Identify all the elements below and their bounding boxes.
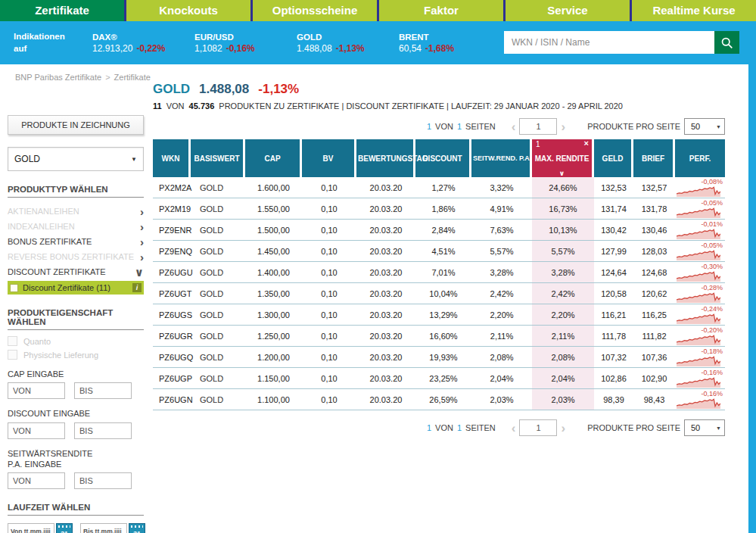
table-row[interactable]: PZ6UGPGOLD1.150,000,1020.03.2023,25%2,04… bbox=[153, 368, 725, 389]
page-number-input[interactable] bbox=[519, 118, 557, 135]
column-header-bv[interactable]: BV bbox=[302, 139, 356, 177]
cell-wkn[interactable]: PZ6UGN bbox=[153, 389, 191, 410]
calendar-day-label: 31 bbox=[133, 528, 141, 533]
laufzeit-bis-date-input[interactable] bbox=[80, 523, 127, 533]
tab-faktor[interactable]: Faktor bbox=[379, 0, 503, 21]
cell-wkn[interactable]: PX2M19 bbox=[153, 198, 191, 220]
next-page-button[interactable]: › bbox=[561, 120, 565, 133]
laufzeit-von-date-input[interactable] bbox=[8, 523, 54, 533]
cell-wkn[interactable]: PZ6UGU bbox=[153, 262, 191, 283]
product-type-list: AKTIENANLEIHEN›INDEXANLEIHEN›BONUS ZERTI… bbox=[8, 204, 144, 279]
ticker-quote-brent[interactable]: BRENT60,54-1,68% bbox=[399, 33, 501, 54]
column-header-btag[interactable]: BEWERTUNGSTAG bbox=[356, 139, 415, 177]
search-input[interactable] bbox=[504, 31, 714, 54]
table-row[interactable]: PZ6UGNGOLD1.100,000,1020.03.2026,59%2,03… bbox=[153, 389, 725, 410]
table-row[interactable]: PZ6UGUGOLD1.400,000,1020.03.207,01%3,28%… bbox=[153, 262, 725, 283]
checkbox-icon[interactable] bbox=[10, 284, 18, 292]
property-heading: PRODUKTEIGENSCHAFT WÄHLEN bbox=[8, 305, 144, 330]
calendar-icon[interactable]: 31 bbox=[129, 523, 145, 533]
cell-wkn[interactable]: PZ9ENQ bbox=[153, 241, 191, 262]
table-row[interactable]: PX2M19GOLD1.550,000,1020.03.201,86%4,91%… bbox=[153, 198, 725, 220]
tab-realtime-kurse[interactable]: Realtime Kurse bbox=[632, 0, 756, 21]
tab-optionsscheine[interactable]: Optionsscheine bbox=[253, 0, 377, 21]
sort-order-badge: 1 bbox=[536, 140, 540, 148]
column-header-perf[interactable]: PERF. bbox=[675, 139, 725, 177]
sparkline-chart bbox=[677, 355, 720, 366]
ticker-quote-dax[interactable]: DAX®12.913,20-0,22% bbox=[92, 33, 194, 54]
table-row[interactable]: PZ6UGSGOLD1.300,000,1020.03.2013,29%2,20… bbox=[153, 304, 725, 326]
tab-service[interactable]: Service bbox=[506, 0, 630, 21]
cell-wkn[interactable]: PZ6UGS bbox=[153, 304, 191, 326]
page-number-input[interactable] bbox=[519, 419, 557, 436]
close-icon[interactable]: × bbox=[584, 139, 589, 148]
caret-down-icon: ▼ bbox=[716, 124, 721, 129]
quote-value: 1,1082 bbox=[194, 43, 222, 54]
product-type-bonus-zertifikate[interactable]: BONUS ZERTIFIKATE› bbox=[8, 234, 144, 249]
ticker-quote-gold[interactable]: GOLD1.488,08-1,13% bbox=[297, 33, 399, 54]
table-row[interactable]: PZ6UGRGOLD1.250,000,1020.03.2016,60%2,11… bbox=[153, 326, 725, 347]
perf-cell: -0,18% bbox=[675, 347, 725, 368]
column-header-discount[interactable]: DISCOUNT bbox=[415, 139, 471, 177]
property-option-physische-lieferung: Physische Lieferung bbox=[8, 350, 144, 360]
product-type-discount-zertifikate[interactable]: DISCOUNT ZERTIFIKATE∨ bbox=[8, 264, 144, 279]
quote-value: 60,54 bbox=[399, 43, 422, 54]
table-row[interactable]: PZ9ENRGOLD1.500,000,1020.03.202,84%7,63%… bbox=[153, 220, 725, 241]
tab-zertifikate[interactable]: Zertifikate bbox=[0, 0, 124, 21]
tab-knockouts[interactable]: Knockouts bbox=[126, 0, 250, 21]
seitwaertsrendite-bis-input[interactable] bbox=[74, 472, 132, 489]
checkbox-icon bbox=[8, 350, 17, 360]
column-header-basiswert[interactable]: BASISWERT bbox=[191, 139, 245, 177]
previous-page-button[interactable]: ‹ bbox=[512, 120, 516, 133]
perf-cell: -0,24% bbox=[675, 304, 725, 326]
laufzeit-heading: LAUFZEIT WÄHLEN bbox=[8, 500, 144, 516]
column-header-seitw[interactable]: SEITW.REND. P.A. bbox=[471, 139, 532, 177]
underlying-select[interactable]: GOLD ▼ bbox=[8, 147, 144, 171]
property-option-quanto: Quanto bbox=[8, 336, 144, 346]
products-in-subscription-button[interactable]: PRODUKTE IN ZEICHNUNG bbox=[8, 115, 144, 135]
cap-bis-input[interactable] bbox=[74, 382, 132, 399]
next-page-button[interactable]: › bbox=[561, 422, 565, 435]
cell-wkn[interactable]: PZ6UGQ bbox=[153, 347, 191, 368]
cell-wkn[interactable]: PZ6UGR bbox=[153, 326, 191, 347]
cell-seitw: 2,04% bbox=[471, 368, 532, 389]
cell-geld: 111,78 bbox=[594, 326, 633, 347]
table-row[interactable]: PX2M2AGOLD1.600,000,1020.03.201,27%3,32%… bbox=[153, 177, 725, 198]
per-page-select[interactable]: 50▼ bbox=[684, 118, 725, 135]
previous-page-button[interactable]: ‹ bbox=[512, 422, 516, 435]
cell-bv: 0,10 bbox=[302, 220, 356, 241]
column-header-cap[interactable]: CAP bbox=[245, 139, 302, 177]
cell-brief: 107,36 bbox=[633, 347, 675, 368]
discount-von-input[interactable] bbox=[8, 422, 65, 439]
seitwaertsrendite-von-input[interactable] bbox=[8, 472, 65, 489]
table-row[interactable]: PZ6UGQGOLD1.200,000,1020.03.2019,93%2,08… bbox=[153, 347, 725, 368]
cell-wkn[interactable]: PZ6UGT bbox=[153, 283, 191, 304]
table-row[interactable]: PZ6UGTGOLD1.350,000,1020.03.2010,04%2,42… bbox=[153, 283, 725, 304]
cell-seitw: 2,11% bbox=[471, 326, 532, 347]
cell-wkn[interactable]: PZ6UGP bbox=[153, 368, 191, 389]
cell-geld: 98,39 bbox=[594, 389, 633, 410]
column-header-brief[interactable]: BRIEF bbox=[633, 139, 675, 177]
column-header-geld[interactable]: GELD bbox=[594, 139, 633, 177]
cell-wkn[interactable]: PZ9ENR bbox=[153, 220, 191, 241]
cell-wkn[interactable]: PX2M2A bbox=[153, 177, 191, 198]
ticker-quote-eur-usd[interactable]: EUR/USD1,1082-0,16% bbox=[194, 33, 297, 54]
column-header-wkn[interactable]: WKN bbox=[153, 139, 191, 177]
table-row[interactable]: PZ9ENQGOLD1.450,000,1020.03.204,51%5,57%… bbox=[153, 241, 725, 262]
column-header-label: MAX. RENDITE bbox=[535, 154, 590, 163]
page-title: GOLD 1.488,08 -1,13% bbox=[153, 82, 725, 97]
column-header-maxr[interactable]: 1×MAX. RENDITE∨ bbox=[532, 139, 594, 177]
per-page-select[interactable]: 50▼ bbox=[684, 419, 725, 436]
discount-bis-input[interactable] bbox=[74, 422, 132, 439]
cap-von-input[interactable] bbox=[8, 382, 65, 399]
cell-brief: 131,78 bbox=[633, 198, 675, 220]
underlying-name: GOLD bbox=[153, 82, 190, 97]
column-header-label: SEITW.REND. P.A. bbox=[473, 154, 531, 162]
search-button[interactable] bbox=[714, 31, 739, 54]
info-icon[interactable]: i bbox=[132, 283, 142, 292]
perf-change: -0,24% bbox=[701, 305, 723, 313]
breadcrumb-item[interactable]: BNP Paribas Zertifikate bbox=[15, 73, 101, 82]
active-filter-discount[interactable]: Discount Zertifikate (11) i bbox=[8, 281, 144, 295]
cell-seitw: 3,32% bbox=[471, 177, 532, 198]
sparkline-chart bbox=[677, 185, 720, 197]
calendar-icon[interactable]: 31 bbox=[56, 523, 73, 533]
